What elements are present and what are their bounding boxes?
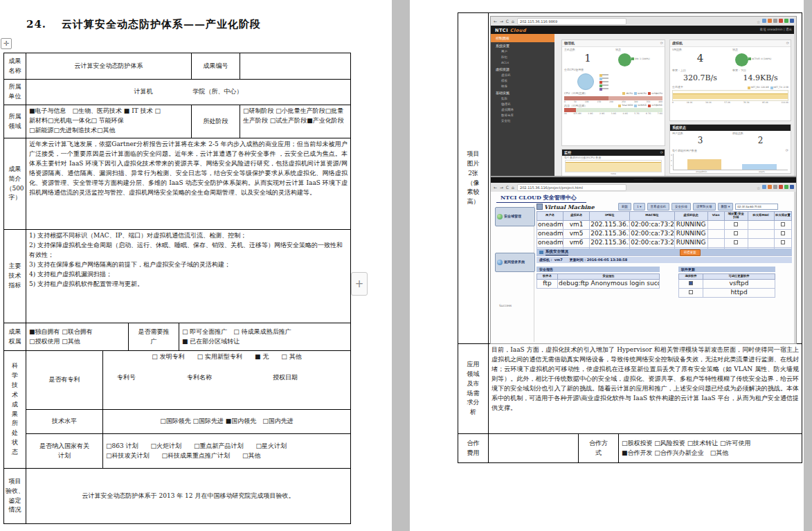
patent-columns: 专利号 专利名称 授权日期: [106, 373, 348, 383]
table-cell: oneadmin: [537, 238, 563, 247]
label-intro: 成果 简介 （500 字）: [4, 138, 26, 230]
ext-icon-blue[interactable]: [762, 19, 766, 23]
get-update-button[interactable]: 获得更新: [680, 249, 701, 256]
ext-icon-navy[interactable]: [790, 185, 794, 189]
ext-icon-blue[interactable]: [762, 185, 766, 189]
success-status-text: Success: [499, 304, 512, 309]
sidebar-subitem[interactable]: 物理机: [491, 102, 554, 107]
hosts-panel-title: 物理机⟳: [562, 40, 665, 47]
checkbox-unchecked[interactable]: [734, 222, 738, 226]
globe-icon: [497, 260, 503, 265]
patent-name-label: 专利名称: [187, 373, 212, 383]
checkbox-unchecked[interactable]: [781, 222, 785, 226]
sidebar-subitem[interactable]: 用户: [491, 49, 554, 55]
checkbox-unchecked[interactable]: [689, 290, 693, 294]
sidebar-subitem[interactable]: 群组: [491, 55, 554, 60]
band-acceptance: 项目 验收、 鉴定 情况 云计算安全动态防护体系于 2013 年 12 月在中国…: [3, 468, 351, 524]
ext-icon-gray[interactable]: [773, 19, 777, 23]
browser-nav-icons[interactable]: ← → C ⌂: [494, 18, 515, 24]
legend-item: 物理内存: [634, 104, 647, 107]
sidebar-subitem[interactable]: 虚拟网络: [491, 107, 554, 113]
toolbar-select[interactable]: 1: [633, 203, 645, 210]
ext-icon-red[interactable]: [779, 185, 783, 189]
legend-swatch: [648, 105, 651, 107]
table-move-handle[interactable]: ✛: [1, 38, 12, 49]
refresh-icon[interactable]: ⟳: [786, 40, 789, 46]
checkbox-unchecked[interactable]: [781, 240, 785, 244]
sidebar-item-0[interactable]: 控制面板: [491, 34, 554, 42]
table-cell: [724, 238, 748, 247]
ext-icon-green[interactable]: [784, 185, 788, 189]
ext-icon-red[interactable]: [779, 19, 783, 23]
refresh-icon[interactable]: ⟳: [660, 150, 663, 156]
legend-swatch: [648, 92, 651, 95]
toolbar-select[interactable]: 删除: [718, 203, 734, 210]
back-to-login-button[interactable]: 返回登录界面: [495, 253, 535, 272]
sidebar-subitem[interactable]: 映像: [491, 84, 554, 89]
mac-filter-input[interactable]: [735, 204, 778, 210]
ext-icon-orange[interactable]: [768, 19, 772, 23]
checkbox-unchecked[interactable]: [781, 231, 785, 235]
sidebar-item-1[interactable]: 系统设置: [491, 42, 554, 49]
address-bar-1[interactable]: 202.115.36.116:9869: [517, 18, 626, 25]
sidebar-subitem[interactable]: 集群: [491, 96, 554, 102]
sidebar-item-3[interactable]: 基础设施: [491, 89, 554, 96]
bookmark-star-icon[interactable]: ☆: [757, 19, 761, 23]
axis-tick: 300: [634, 101, 638, 104]
legend-label: 物理CPU: [638, 92, 647, 96]
bookmark-star-icon[interactable]: ☆: [757, 185, 761, 189]
checkbox-checked[interactable]: [689, 281, 693, 285]
refresh-icon[interactable]: ⟳: [660, 40, 663, 46]
axis-tick: 0: [564, 101, 566, 104]
sidebar-subitem[interactable]: ACLs: [491, 60, 554, 66]
table-cell: 202.115.36.111: [590, 238, 630, 247]
refresh-icon[interactable]: ⟳: [786, 148, 788, 154]
security-domain-button[interactable]: 安全域管理: [495, 207, 535, 226]
checkbox-unchecked[interactable]: [734, 240, 738, 244]
sidebar-subitem[interactable]: 安全组: [491, 118, 554, 124]
toolbar-button[interactable]: 查看虚拟机: [647, 203, 670, 210]
sidebar-subitem[interactable]: 虚拟机: [491, 73, 554, 78]
scrollbar[interactable]: [794, 192, 796, 343]
legend-swatch: [770, 87, 773, 89]
cpu-bar-label: CPU（已用/总额）: [564, 92, 587, 96]
security-center-header: NTCI CLOUD 安全管理中心: [496, 193, 586, 203]
scrollbar[interactable]: [794, 26, 796, 176]
legend-item: 已分配内存: [648, 104, 662, 107]
toolbar-button[interactable]: 设置防火墙: [693, 203, 716, 210]
vm-toolbar: 刷新1查看虚拟机安全扫描设置防火墙删除: [618, 203, 792, 210]
toolbar-button[interactable]: 刷新: [618, 203, 631, 210]
column-header: 选择软件: [679, 274, 703, 280]
band-images: 项目 图片 2张 （像 素较 高） ← → C ⌂ 202.115.36.116…: [458, 12, 802, 344]
rate-legend: NET_RX: 126.9BNET_TX: 2.5B: [748, 86, 788, 89]
value-ownership: ■独自拥有 □联合拥有 □授权使用 □其他: [26, 323, 129, 351]
ext-icon-green[interactable]: [784, 19, 788, 23]
toolbar-button[interactable]: 安全扫描: [671, 203, 691, 210]
ext-icon-navy[interactable]: [790, 19, 794, 23]
ext-icon-gray[interactable]: [773, 185, 777, 189]
vms-status-legend: ACTIVE: 4 (100%): [748, 57, 771, 62]
browser-nav-icons[interactable]: ← → C ⌂: [494, 184, 515, 190]
address-bar-2[interactable]: 202.115.36.116/project/project.html: [517, 184, 626, 191]
sidebar-item-2[interactable]: 虚拟资源: [491, 66, 554, 73]
table-cell: RUNNING: [674, 238, 707, 247]
value-unit: 计算机 学院（所、中心）: [26, 80, 351, 105]
right-form-table: 项目 图片 2张 （像 素较 高） ← → C ⌂ 202.115.36.116…: [458, 12, 802, 463]
label-result-number: 成果编号: [192, 53, 240, 80]
column-header: 可进行更新软件: [703, 274, 775, 280]
user-session-text[interactable]: 欢迎 oneadmin | 退出: [760, 28, 792, 33]
cpu-bar-legend: 总CPU物理CPU已分配CPU: [622, 92, 662, 96]
brand-cloud: Cloud: [510, 28, 526, 33]
label-promotion: 是否需要推 广: [129, 323, 179, 351]
sidebar-subitem[interactable]: 数据仓库: [491, 113, 554, 118]
rate-chart: [672, 90, 788, 101]
table-row: ftpdebug:ftp Anonymous login successful!: [537, 279, 660, 288]
ext-icon-orange[interactable]: [768, 185, 772, 189]
checkbox-unchecked[interactable]: [734, 231, 738, 235]
insert-plus-button[interactable]: +: [351, 272, 368, 296]
legend-item: 总CPU: [622, 92, 633, 96]
legend-label: NET_RX: 126.9B: [751, 86, 769, 89]
mem-bar-label: 内存（已用/总额）: [564, 105, 587, 108]
group-users-categories: oneadminusers: [670, 170, 791, 174]
sidebar-subitem[interactable]: 模板: [491, 78, 554, 84]
